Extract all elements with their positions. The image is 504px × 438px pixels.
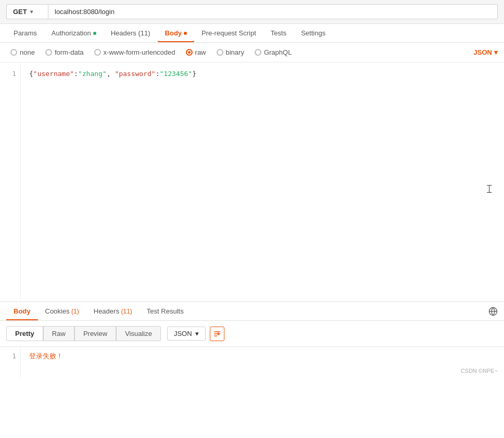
tab-params[interactable]: Params	[6, 24, 44, 42]
response-tab-headers[interactable]: Headers (11)	[86, 302, 140, 320]
tab-pre-request[interactable]: Pre-request Script	[194, 24, 263, 42]
response-line-numbers: 1	[0, 347, 21, 378]
tab-body[interactable]: Body	[158, 24, 195, 42]
val-password: "123456"	[160, 70, 193, 78]
body-dot	[184, 32, 187, 35]
format-tab-visualize[interactable]: Visualize	[116, 326, 161, 341]
request-tabs: Params Authorization Headers (11) Body P…	[0, 24, 504, 43]
radio-graphql	[255, 49, 261, 56]
line-numbers: 1	[0, 62, 21, 302]
key-password: "password"	[115, 70, 155, 78]
text-cursor-icon: 𝙸	[485, 182, 494, 196]
option-form-data[interactable]: form-data	[41, 47, 88, 58]
key-username: "username"	[33, 70, 74, 78]
method-chevron-icon: ▾	[30, 9, 33, 15]
response-tabs: Body Cookies (1) Headers (11) Test Resul…	[0, 302, 504, 321]
url-bar: GET ▾	[0, 0, 504, 24]
val-username: "zhang"	[78, 70, 107, 78]
tab-tests[interactable]: Tests	[263, 24, 294, 42]
radio-urlencoded	[94, 49, 101, 56]
format-dropdown-chevron-icon: ▾	[195, 330, 199, 337]
open-brace: {	[29, 70, 33, 78]
option-raw[interactable]: raw	[182, 47, 210, 58]
format-tab-pretty[interactable]: Pretty	[6, 326, 43, 341]
cookies-badge: (1)	[71, 308, 79, 315]
json-dropdown-chevron-icon: ▾	[494, 48, 498, 56]
json-format-dropdown[interactable]: JSON ▾	[474, 48, 498, 56]
comma1: ,	[107, 70, 115, 78]
headers-badge: (11)	[121, 308, 132, 315]
method-selector[interactable]: GET ▾	[6, 4, 48, 19]
response-tab-test-results[interactable]: Test Results	[140, 302, 191, 320]
option-none[interactable]: none	[6, 47, 39, 58]
response-format-dropdown[interactable]: JSON ▾	[167, 327, 206, 341]
colon1: :	[74, 70, 78, 78]
response-tab-cookies[interactable]: Cookies (1)	[38, 302, 86, 320]
format-tab-raw[interactable]: Raw	[43, 326, 74, 341]
tab-settings[interactable]: Settings	[294, 24, 333, 42]
close-brace: }	[192, 70, 196, 78]
response-content: 登录失败！	[21, 347, 504, 378]
option-graphql[interactable]: GraphQL	[250, 47, 296, 58]
response-tab-body[interactable]: Body	[6, 302, 38, 320]
response-body: 1 登录失败！	[0, 347, 504, 378]
url-input[interactable]	[48, 4, 498, 19]
format-tab-preview[interactable]: Preview	[74, 326, 116, 341]
response-section: Body Cookies (1) Headers (11) Test Resul…	[0, 302, 504, 378]
radio-binary	[217, 49, 223, 56]
radio-none	[10, 49, 17, 56]
option-binary[interactable]: binary	[212, 47, 248, 58]
tab-headers[interactable]: Headers (11)	[104, 24, 158, 42]
wrap-text-icon[interactable]	[210, 327, 224, 341]
watermark-text: CSDN ©NPE~	[461, 368, 498, 374]
method-label: GET	[13, 8, 27, 16]
code-content-area[interactable]: {"username":"zhang", "password":"123456"…	[21, 62, 504, 302]
option-urlencoded[interactable]: x-www-form-urlencoded	[90, 47, 180, 58]
colon2: :	[156, 70, 160, 78]
body-options-row: none form-data x-www-form-urlencoded raw…	[0, 43, 504, 62]
code-editor[interactable]: 1 {"username":"zhang", "password":"12345…	[0, 62, 504, 302]
radio-raw	[186, 49, 193, 56]
radio-form-data	[45, 49, 52, 56]
tab-authorization[interactable]: Authorization	[44, 24, 104, 42]
globe-icon[interactable]	[488, 307, 498, 316]
response-toolbar	[488, 307, 498, 316]
format-tabs-row: Pretty Raw Preview Visualize JSON ▾	[0, 321, 504, 347]
authorization-dot	[93, 32, 96, 35]
